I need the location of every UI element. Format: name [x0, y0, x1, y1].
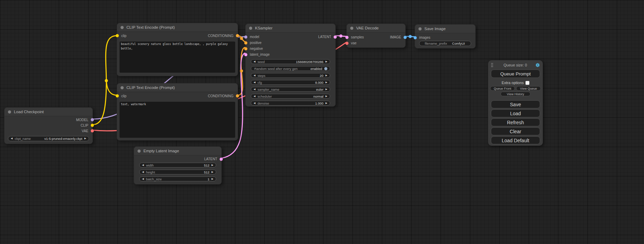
node-title-bar[interactable]: Save Image	[415, 25, 475, 33]
input-label-clip: clip	[121, 34, 126, 38]
increment-arrow-icon[interactable]: ▶	[326, 88, 327, 91]
decrement-arrow-icon[interactable]: ◀	[11, 137, 12, 140]
input-label-samples: samples	[351, 35, 364, 39]
view-history-button[interactable]: View History	[501, 92, 530, 96]
collapse-dot-icon[interactable]	[8, 110, 11, 114]
node-vae-decode[interactable]: VAE Decode samples IMAGE vae	[346, 24, 406, 48]
decrement-arrow-icon[interactable]: ◀	[142, 164, 144, 166]
prompt-text-input[interactable]: beautiful scenery nature glass bottle la…	[120, 42, 235, 73]
node-title-bar[interactable]: VAE Decode	[347, 24, 405, 33]
input-port-model[interactable]	[244, 35, 247, 38]
widget-ckpt-name[interactable]: ◀ ckpt_name v1-5-pruned-emaonly.ckpt ▶	[8, 136, 89, 141]
node-title-bar[interactable]: KSampler	[246, 24, 335, 33]
widget-steps[interactable]: ◀ steps 20 ▶	[251, 73, 330, 78]
node-title-bar[interactable]: Load Checkpoint	[5, 108, 92, 116]
input-port-latent-image[interactable]	[244, 53, 247, 56]
collapse-dot-icon[interactable]	[418, 27, 422, 30]
widget-seed[interactable]: ◀ seed 156680208700286 ▶	[251, 59, 330, 64]
comfy-menu-panel: Queue size: 0 Queue Prompt Extra options…	[488, 60, 543, 146]
widget-width[interactable]: ◀ width 512 ▶	[139, 163, 216, 168]
increment-arrow-icon[interactable]: ▶	[212, 164, 213, 166]
widget-label: cfg	[257, 81, 315, 84]
input-port-samples[interactable]	[345, 36, 349, 39]
decrement-arrow-icon[interactable]: ◀	[142, 171, 144, 173]
input-port-negative[interactable]	[244, 47, 247, 50]
input-port-images[interactable]	[414, 36, 417, 39]
output-port-conditioning[interactable]	[236, 94, 239, 98]
input-label-model: model	[250, 35, 259, 39]
widget-denoise[interactable]: ◀ denoise 1.000 ▶	[251, 101, 330, 106]
output-port-image[interactable]	[404, 36, 407, 39]
decrement-arrow-icon[interactable]: ◀	[254, 88, 255, 91]
output-label-clip: CLIP	[81, 124, 88, 127]
increment-arrow-icon[interactable]: ▶	[326, 61, 327, 63]
link-dot-clip	[105, 79, 108, 82]
collapse-dot-icon[interactable]	[121, 86, 124, 89]
queue-prompt-button[interactable]: Queue Prompt	[491, 70, 540, 78]
increment-arrow-icon[interactable]: ▶	[326, 81, 327, 84]
node-clip-text-encode-positive[interactable]: CLIP Text Encode (Prompt) clip CONDITION…	[117, 23, 238, 76]
widget-sampler-name[interactable]: ◀ sampler_name euler ▶	[251, 87, 330, 92]
decrement-arrow-icon[interactable]: ◀	[142, 178, 144, 180]
output-port-model[interactable]	[91, 118, 94, 121]
decrement-arrow-icon[interactable]: ◀	[254, 61, 255, 63]
collapse-dot-icon[interactable]	[121, 26, 124, 29]
prompt-text-input[interactable]: text, watermark	[120, 102, 235, 138]
output-port-clip[interactable]	[91, 124, 94, 127]
node-empty-latent-image[interactable]: Empty Latent Image LATENT ◀ width 512 ▶ …	[134, 146, 222, 184]
widget-random-seed-toggle[interactable]: Random seed after every gen enabled	[251, 66, 330, 71]
input-port-clip[interactable]	[116, 34, 119, 37]
widget-label: height	[146, 170, 204, 174]
drag-handle-icon[interactable]	[491, 63, 493, 67]
decrement-arrow-icon[interactable]: ◀	[254, 74, 255, 77]
increment-arrow-icon[interactable]: ▶	[326, 74, 327, 77]
input-port-clip[interactable]	[116, 94, 119, 98]
load-default-button[interactable]: Load Default	[491, 136, 540, 144]
output-port-latent[interactable]	[220, 157, 223, 161]
widget-value: normal	[314, 94, 324, 98]
node-ksampler[interactable]: KSampler model LATENT positive negative …	[245, 24, 336, 107]
output-port-conditioning[interactable]	[236, 34, 239, 37]
load-button[interactable]: Load	[491, 109, 540, 117]
view-queue-button[interactable]: View Queue	[516, 86, 541, 91]
widget-filename-prefix[interactable]: filename_prefix ComfyUI	[419, 41, 471, 46]
increment-arrow-icon[interactable]: ▶	[212, 178, 213, 180]
clear-button[interactable]: Clear	[491, 127, 540, 135]
input-label-vae: vae	[351, 41, 356, 45]
widget-height[interactable]: ◀ height 512 ▶	[139, 170, 216, 174]
node-title-bar[interactable]: Empty Latent Image	[134, 147, 221, 155]
extra-options-checkbox[interactable]	[526, 81, 529, 85]
save-button[interactable]: Save	[491, 100, 540, 108]
toggle-knob-icon[interactable]	[324, 67, 327, 70]
input-port-vae[interactable]	[345, 42, 349, 45]
widget-scheduler[interactable]: ◀ scheduler normal ▶	[251, 94, 330, 99]
queue-front-button[interactable]: Queue Front	[490, 86, 515, 91]
decrement-arrow-icon[interactable]: ◀	[254, 95, 255, 98]
node-save-image[interactable]: Save Image images filename_prefix ComfyU…	[415, 24, 476, 48]
decrement-arrow-icon[interactable]: ◀	[254, 81, 255, 84]
node-title: KSampler	[255, 26, 273, 30]
node-title-bar[interactable]: CLIP Text Encode (Prompt)	[117, 83, 238, 92]
increment-arrow-icon[interactable]: ▶	[326, 95, 327, 98]
increment-arrow-icon[interactable]: ▶	[326, 102, 327, 105]
output-port-latent[interactable]	[334, 35, 337, 38]
widget-label: Random seed after every gen	[254, 67, 310, 71]
settings-gear-icon[interactable]	[535, 63, 540, 67]
link-image	[406, 36, 415, 37]
node-clip-text-encode-negative[interactable]: CLIP Text Encode (Prompt) clip CONDITION…	[117, 83, 238, 141]
collapse-dot-icon[interactable]	[249, 27, 252, 30]
widget-batch-size[interactable]: ◀ batch_size 1 ▶	[139, 177, 216, 181]
refresh-button[interactable]: Refresh	[491, 118, 540, 126]
widget-cfg[interactable]: ◀ cfg 8.000 ▶	[251, 80, 330, 85]
collapse-dot-icon[interactable]	[138, 150, 141, 153]
input-port-positive[interactable]	[244, 41, 247, 44]
node-title-bar[interactable]: CLIP Text Encode (Prompt)	[117, 23, 238, 32]
widget-value: 20	[320, 74, 324, 78]
decrement-arrow-icon[interactable]: ◀	[254, 102, 255, 105]
widget-value: 156680208700286	[296, 60, 323, 64]
collapse-dot-icon[interactable]	[350, 27, 353, 30]
increment-arrow-icon[interactable]: ▶	[85, 137, 86, 140]
increment-arrow-icon[interactable]: ▶	[212, 171, 213, 173]
output-port-vae[interactable]	[91, 129, 94, 133]
node-load-checkpoint[interactable]: Load Checkpoint MODEL CLIP VAE ◀ ckpt_na…	[4, 107, 93, 144]
